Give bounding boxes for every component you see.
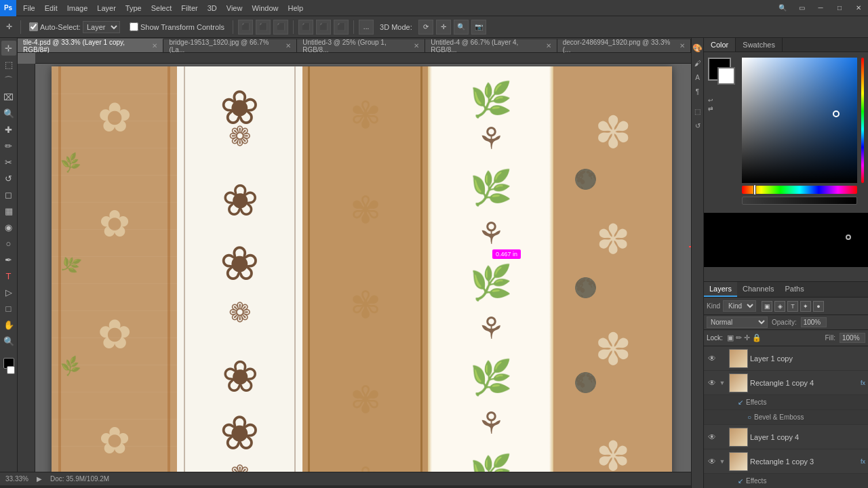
gradient-tool[interactable]: ▦ <box>1 203 16 218</box>
doc-tab-1[interactable]: tile-4.psd @ 33.3% (Layer 1 copy, RGB/8#… <box>18 39 163 52</box>
history-icon[interactable]: ↺ <box>694 121 702 131</box>
filter-adjust-icon[interactable]: ◈ <box>774 301 785 312</box>
pen-tool[interactable]: ✒ <box>1 252 16 267</box>
brush-icon[interactable]: 🖌 <box>693 58 703 68</box>
tab-color[interactable]: Color <box>704 38 736 52</box>
tab-channels[interactable]: Channels <box>737 282 779 297</box>
doc-tab-3[interactable]: Untitled-3 @ 25% (Group 1, RGB/8... ✕ <box>297 39 425 52</box>
menu-edit[interactable]: Edit <box>41 3 62 14</box>
3d-rotate-btn[interactable]: ⟳ <box>418 20 433 35</box>
filter-text-icon[interactable]: T <box>787 301 798 312</box>
visibility-rect1copy4[interactable]: 👁 <box>707 378 717 388</box>
hue-slider[interactable] <box>742 186 857 194</box>
menu-filter[interactable]: Filter <box>177 3 201 14</box>
3d-zoom-btn[interactable]: 🔍 <box>454 20 469 35</box>
align-right-btn[interactable]: ⬛ <box>273 20 288 35</box>
color-gradient-field[interactable] <box>742 58 857 183</box>
doc-tab-2[interactable]: bridge-19513_1920.jpg @ 66.7% (La... ✕ <box>163 39 297 52</box>
tab-paths[interactable]: Paths <box>780 282 810 297</box>
history-tool[interactable]: ↺ <box>1 171 16 186</box>
color-picker-icon[interactable]: 🎨 <box>691 42 704 54</box>
visibility-layer1copy[interactable]: 👁 <box>707 354 717 363</box>
menu-select[interactable]: Select <box>147 3 176 14</box>
layer-comp-icon[interactable]: ⬚ <box>693 106 702 117</box>
text-tool[interactable]: T <box>1 268 16 283</box>
tab-swatches[interactable]: Swatches <box>736 38 783 52</box>
doc-tab-5-close[interactable]: ✕ <box>679 42 685 49</box>
fill-input[interactable] <box>840 333 865 343</box>
layer-item-rect1copy3[interactable]: 👁 ▼ Rectangle 1 copy 3 fx <box>704 449 868 474</box>
shape-tool[interactable]: □ <box>1 301 16 316</box>
fx-rect1copy4[interactable]: fx <box>861 380 865 386</box>
search-button[interactable]: 🔍 <box>773 0 792 16</box>
menu-help[interactable]: Help <box>284 3 308 14</box>
filter-pixel-icon[interactable]: ▣ <box>762 301 772 312</box>
show-transform-checkbox[interactable] <box>130 22 138 31</box>
select-tool[interactable]: ⬚ <box>1 57 16 72</box>
crop-tool[interactable]: ⌧ <box>1 89 16 104</box>
visibility-layer1copy4[interactable]: 👁 <box>707 432 717 442</box>
doc-tab-4[interactable]: Untitled-4 @ 66.7% (Layer 4, RGB/8... ✕ <box>425 39 557 52</box>
swap-colors-icon[interactable]: ⇄ <box>708 105 739 112</box>
healing-tool[interactable]: ✚ <box>1 122 16 137</box>
blend-mode-select[interactable]: Normal <box>707 317 768 328</box>
workspace-button[interactable]: ▭ <box>792 0 811 16</box>
align-left-btn[interactable]: ⬛ <box>238 20 253 35</box>
menu-view[interactable]: View <box>222 3 247 14</box>
3d-camera-btn[interactable]: 📷 <box>471 20 486 35</box>
lock-position-icon[interactable]: ✛ <box>744 333 750 342</box>
lock-paint-icon[interactable]: ✏ <box>736 333 742 342</box>
align-center-btn[interactable]: ⬛ <box>256 20 271 35</box>
distribute-right-btn[interactable]: ⬛ <box>334 20 349 35</box>
auto-select-checkbox[interactable] <box>29 22 38 31</box>
background-color[interactable] <box>7 366 15 374</box>
tab-layers[interactable]: Layers <box>704 282 737 297</box>
show-transform-toggle[interactable]: Show Transform Controls <box>126 21 228 33</box>
minimize-button[interactable]: ─ <box>811 0 830 16</box>
text-icon[interactable]: A <box>694 73 701 83</box>
dodge-tool[interactable]: ○ <box>1 236 16 251</box>
menu-image[interactable]: Image <box>63 3 92 14</box>
canvas-image[interactable]: ✿ ✿ ✿ ✿ 🌿 🌿 🌿 ❀ ❁ ❀ ❀ ❁ <box>52 66 672 472</box>
hand-tool[interactable]: ✋ <box>1 317 16 332</box>
lock-all-icon[interactable]: 🔒 <box>752 333 762 342</box>
layer-item-layer1copy[interactable]: 👁 Layer 1 copy <box>704 346 868 371</box>
layer-item-layer1copy4[interactable]: 👁 Layer 1 copy 4 <box>704 425 868 449</box>
close-button[interactable]: ✕ <box>849 0 868 16</box>
3d-pan-btn[interactable]: ✛ <box>436 20 451 35</box>
filter-kind-select[interactable]: Kind <box>723 300 756 312</box>
doc-tab-2-close[interactable]: ✕ <box>285 42 291 49</box>
fx-rect1copy3[interactable]: fx <box>861 458 865 465</box>
maximize-button[interactable]: □ <box>830 0 849 16</box>
menu-3d[interactable]: 3D <box>203 3 221 14</box>
eraser-tool[interactable]: ◻ <box>1 187 16 202</box>
distribute-center-btn[interactable]: ⬛ <box>316 20 331 35</box>
lasso-tool[interactable]: ⌒ <box>1 73 16 88</box>
brush-tool[interactable]: ✏ <box>1 138 16 153</box>
auto-select-dropdown[interactable]: Layer Group <box>83 21 120 33</box>
opacity-input[interactable] <box>801 317 827 327</box>
menu-type[interactable]: Type <box>121 3 146 14</box>
expand-rect1copy4[interactable]: ▼ <box>717 380 727 386</box>
alpha-slider[interactable] <box>742 197 857 205</box>
doc-tab-5[interactable]: decor-2486994_1920.png @ 33.3% (... ✕ <box>557 39 691 52</box>
eyedropper-tool[interactable]: 🔍 <box>1 106 16 121</box>
background-color-swatch[interactable] <box>717 67 735 85</box>
more-options-btn[interactable]: ... <box>359 20 374 35</box>
hue-strip-vertical[interactable] <box>861 58 864 183</box>
blur-tool[interactable]: ◉ <box>1 220 16 235</box>
distribute-left-btn[interactable]: ⬛ <box>298 20 313 35</box>
path-tool[interactable]: ▷ <box>1 285 16 300</box>
doc-tab-4-close[interactable]: ✕ <box>546 42 551 49</box>
paragraph-icon[interactable]: ¶ <box>694 87 701 97</box>
reset-colors-icon[interactable]: ↩ <box>708 97 739 104</box>
filter-smart-icon[interactable]: ✦ <box>800 301 811 312</box>
move-tool[interactable]: ✛ <box>1 41 16 56</box>
menu-file[interactable]: File <box>19 3 39 14</box>
visibility-rect1copy3[interactable]: 👁 <box>707 457 717 466</box>
filter-toggle-icon[interactable]: ● <box>813 301 824 312</box>
canvas-content[interactable]: ✿ ✿ ✿ ✿ 🌿 🌿 🌿 ❀ ❁ ❀ ❀ ❁ <box>18 53 691 472</box>
clone-tool[interactable]: ✂ <box>1 155 16 169</box>
auto-select-toggle[interactable]: Auto-Select: Layer Group <box>26 20 123 35</box>
menu-layer[interactable]: Layer <box>93 3 120 14</box>
